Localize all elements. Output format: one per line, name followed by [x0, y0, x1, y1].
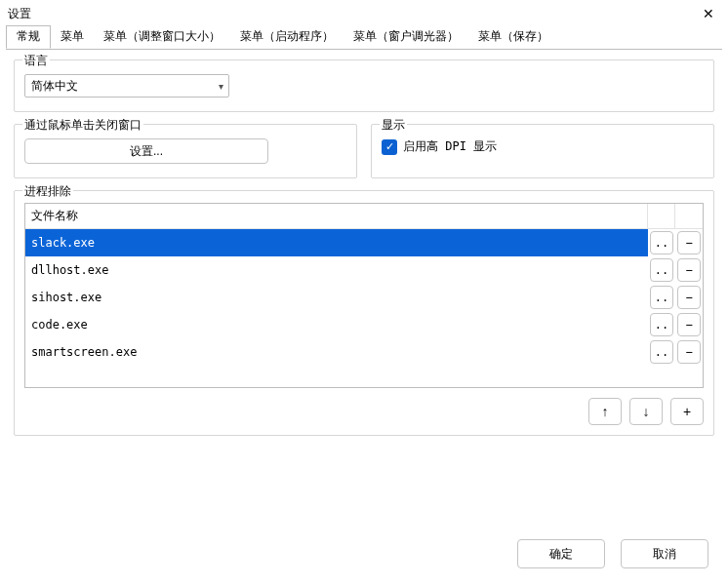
tab-content-general: 语言 简体中文 ▾ 通过鼠标单击关闭窗口 设置... 显示 ✓ 启用高 DPI … [0, 50, 728, 436]
add-button[interactable]: + [670, 398, 704, 425]
arrow-up-icon: ↑ [602, 404, 609, 419]
remove-button[interactable]: − [677, 340, 701, 364]
browse-button[interactable]: .. [650, 313, 673, 336]
table-row[interactable]: code.exe..− [25, 311, 703, 338]
exclusion-table-header: 文件名称 [25, 204, 703, 229]
dialog-footer: 确定 取消 [517, 539, 708, 568]
browse-button[interactable]: .. [650, 340, 673, 364]
title-bar: 设置 ✕ [0, 0, 728, 27]
move-down-button[interactable]: ↓ [629, 398, 663, 425]
remove-button[interactable]: − [677, 313, 701, 336]
tab-3[interactable]: 菜单（启动程序） [230, 26, 344, 48]
move-up-button[interactable]: ↑ [588, 398, 622, 425]
language-select[interactable]: 简体中文 ▾ [24, 74, 229, 98]
close-icon: ✕ [703, 6, 714, 21]
exclusion-table-body: slack.exe..−dllhost.exe..−sihost.exe..−c… [25, 229, 703, 387]
browse-button[interactable]: .. [650, 231, 673, 254]
close-by-click-group: 通过鼠标单击关闭窗口 设置... [14, 124, 357, 178]
column-remove [675, 204, 703, 228]
tab-0[interactable]: 常规 [6, 25, 51, 49]
hidpi-checkbox[interactable]: ✓ [382, 139, 397, 155]
hidpi-label: 启用高 DPI 显示 [403, 138, 497, 155]
table-row[interactable]: smartscreen.exe..− [25, 338, 703, 366]
browse-button[interactable]: .. [650, 286, 673, 309]
window-title: 设置 [8, 6, 31, 22]
exclusion-filename: smartscreen.exe [25, 338, 648, 366]
exclusion-filename: dllhost.exe [25, 256, 648, 284]
ok-button[interactable]: 确定 [517, 539, 605, 568]
language-selected-value: 简体中文 [31, 78, 78, 95]
exclusion-actions: ↑ ↓ + [24, 398, 704, 425]
tab-strip: 常规菜单菜单（调整窗口大小）菜单（启动程序）菜单（窗户调光器）菜单（保存） [0, 27, 728, 49]
chevron-down-icon: ▾ [219, 81, 223, 92]
table-row[interactable]: sihost.exe..− [25, 284, 703, 311]
browse-button[interactable]: .. [650, 258, 673, 282]
arrow-down-icon: ↓ [643, 404, 650, 419]
remove-button[interactable]: − [677, 286, 701, 309]
close-by-click-legend: 通过鼠标单击关闭窗口 [22, 117, 143, 134]
table-row[interactable]: slack.exe..− [25, 229, 703, 256]
plus-icon: + [683, 404, 691, 419]
language-legend: 语言 [22, 53, 50, 69]
exclusion-filename: sihost.exe [25, 284, 648, 311]
remove-button[interactable]: − [677, 231, 701, 254]
table-row[interactable]: dllhost.exe..− [25, 256, 703, 284]
exclusion-filename: slack.exe [25, 229, 648, 256]
column-filename[interactable]: 文件名称 [25, 204, 648, 228]
display-group: 显示 ✓ 启用高 DPI 显示 [371, 124, 714, 178]
language-group: 语言 简体中文 ▾ [14, 59, 714, 112]
tab-2[interactable]: 菜单（调整窗口大小） [94, 26, 230, 48]
tab-4[interactable]: 菜单（窗户调光器） [344, 26, 468, 48]
exclusion-table: 文件名称 slack.exe..−dllhost.exe..−sihost.ex… [24, 203, 704, 388]
process-exclusion-legend: 进程排除 [22, 183, 73, 200]
close-button[interactable]: ✕ [689, 0, 728, 27]
close-by-click-settings-button[interactable]: 设置... [24, 138, 268, 164]
process-exclusion-group: 进程排除 文件名称 slack.exe..−dllhost.exe..−siho… [14, 190, 714, 436]
display-legend: 显示 [380, 117, 407, 134]
tab-1[interactable]: 菜单 [51, 26, 94, 48]
cancel-button[interactable]: 取消 [621, 539, 708, 568]
tab-5[interactable]: 菜单（保存） [468, 26, 558, 48]
column-browse [648, 204, 675, 228]
exclusion-filename: code.exe [25, 311, 648, 338]
remove-button[interactable]: − [677, 258, 701, 282]
